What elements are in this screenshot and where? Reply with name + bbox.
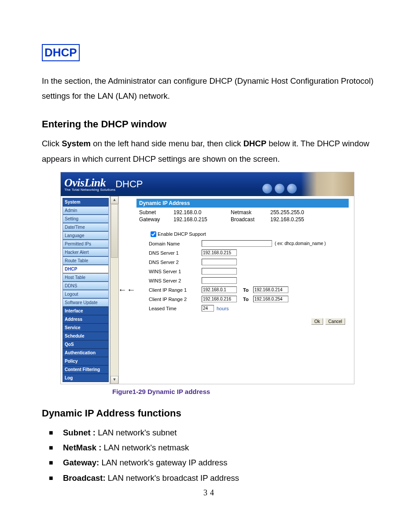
range2-to-label: To [243, 297, 249, 302]
globe-icon [262, 184, 272, 193]
dns1-label: DNS Server 1 [149, 250, 202, 256]
range1-to-input[interactable] [253, 286, 288, 293]
wins1-label: WINS Server 1 [149, 269, 202, 274]
bullet-label: Subnet : [63, 428, 96, 437]
pointer-arrows: ←← [119, 196, 135, 384]
leased-input[interactable] [202, 305, 214, 312]
cancel-button[interactable]: Cancel [325, 318, 345, 325]
range2-label: Client IP Range 2 [149, 297, 202, 302]
bullet-text: LAN network's subnet [96, 428, 177, 437]
range1-from-input[interactable] [202, 286, 237, 293]
enable-dhcp-label: Enable DHCP Support [158, 231, 206, 237]
sidebar-item-software-update[interactable]: Software Update [63, 298, 109, 307]
dynamic-ip-header: Dynamic IP Address [136, 199, 349, 208]
text: on the left hand side menu bar, then cli… [91, 139, 243, 148]
sidebar-item-dhcp[interactable]: DHCP [63, 265, 109, 273]
sidebar-item-service[interactable]: Service [63, 323, 109, 332]
sidebar-item-authentication[interactable]: Authentication [63, 349, 109, 357]
bullet-text: LAN network's gateway IP address [99, 458, 227, 467]
sidebar-item-system[interactable]: System [63, 198, 109, 206]
dhcp-form: Enable DHCP Support Domain Name ( ex: dh… [136, 224, 349, 329]
sidebar-item-logout[interactable]: Logout [63, 290, 109, 298]
wins1-input[interactable] [202, 268, 237, 275]
sidebar-item-qos[interactable]: QoS [63, 340, 109, 349]
list-item: Gateway: LAN network's gateway IP addres… [63, 455, 378, 470]
range2-from-input[interactable] [202, 296, 237, 302]
value-subnet: 192.168.0.0 [173, 209, 231, 215]
header-photo [301, 172, 354, 196]
value-netmask: 255.255.255.0 [270, 209, 323, 215]
bold-dhcp: DHCP [243, 139, 266, 148]
sidebar-item-ddns[interactable]: DDNS [63, 282, 109, 290]
domain-name-label: Domain Name [149, 241, 202, 246]
value-gateway: 192.168.0.215 [173, 216, 231, 223]
intro-paragraph: In the section, the Administrator can co… [42, 74, 378, 104]
leased-unit: hours [217, 306, 229, 311]
screenshot-panel: OvisLink The Total Networking Solutions … [60, 172, 354, 384]
sidebar: SystemAdminSettingDate/TimeLanguagePermi… [61, 196, 110, 384]
sidebar-item-policy[interactable]: Policy [63, 357, 109, 365]
scroll-thumb[interactable] [111, 204, 118, 258]
list-item: Subnet : LAN network's subnet [63, 425, 378, 440]
content-pane: Dynamic IP Address Subnet 192.168.0.0 Ne… [135, 196, 354, 384]
section-title-dhcp: DHCP [42, 44, 80, 61]
wins2-input[interactable] [202, 277, 237, 284]
domain-name-hint: ( ex: dhcp.domain_name ) [275, 241, 326, 246]
range2-to-input[interactable] [253, 296, 288, 302]
sidebar-item-setting[interactable]: Setting [63, 215, 109, 223]
dns2-label: DNS Server 2 [149, 260, 202, 265]
range1-to-label: To [243, 287, 249, 293]
globe-decoration [262, 184, 297, 193]
label-netmask: Netmask [231, 209, 270, 215]
page-number: 34 [0, 488, 420, 498]
scroll-up-button[interactable]: ▲ [111, 196, 118, 204]
heading-functions: Dynamic IP Address functions [42, 408, 378, 419]
ok-button[interactable]: Ok [311, 318, 323, 325]
sidebar-item-date-time[interactable]: Date/Time [63, 223, 109, 231]
bullet-label: Broadcast: [63, 473, 106, 483]
leased-label: Leased Time [149, 306, 202, 311]
sidebar-item-content-filtering[interactable]: Content Filtering [63, 365, 109, 374]
figure-caption: Figure1-29 Dynamic IP address [112, 388, 378, 395]
sidebar-item-log[interactable]: Log [63, 374, 109, 382]
value-broadcast: 192.168.0.255 [270, 216, 323, 223]
functions-list: Subnet : LAN network's subnetNetMask : L… [42, 425, 378, 486]
globe-icon [275, 184, 284, 193]
sidebar-item-hacker-alert[interactable]: Hacker Alert [63, 248, 109, 256]
scroll-track[interactable] [111, 204, 118, 376]
sidebar-item-admin[interactable]: Admin [63, 206, 109, 215]
heading-entering: Entering the DHCP window [42, 119, 378, 130]
range1-label: Client IP Range 1 [149, 287, 202, 293]
bullet-text: LAN network's broadcast IP address [106, 473, 239, 483]
app-header: OvisLink The Total Networking Solutions … [61, 172, 354, 196]
text: Click [42, 139, 62, 148]
sidebar-item-schedule[interactable]: Schedule [63, 332, 109, 340]
list-item: Broadcast: LAN network's broadcast IP ad… [63, 471, 378, 486]
label-subnet: Subnet [139, 209, 173, 215]
bold-system: System [62, 139, 91, 148]
page-title: DHCP [115, 178, 143, 190]
entering-paragraph: Click System on the left hand side menu … [42, 136, 378, 166]
sidebar-item-route-table[interactable]: Route Table [63, 256, 109, 265]
domain-name-input[interactable] [202, 240, 272, 247]
scroll-down-button[interactable]: ▼ [111, 376, 118, 384]
ip-info-grid: Subnet 192.168.0.0 Netmask 255.255.255.0… [136, 208, 349, 224]
dns1-input[interactable] [202, 249, 237, 256]
sidebar-item-interface[interactable]: Interface [63, 307, 109, 315]
sidebar-item-permitted-ips[interactable]: Permitted IPs [63, 240, 109, 248]
sidebar-item-address[interactable]: Address [63, 315, 109, 323]
list-item: NetMask : LAN network's netmask [63, 440, 378, 455]
enable-dhcp-checkbox[interactable] [151, 231, 156, 237]
sidebar-item-host-table[interactable]: Host Table [63, 273, 109, 282]
bullet-text: LAN network's netmask [101, 443, 189, 452]
label-broadcast: Broadcast [231, 216, 270, 223]
label-gateway: Gateway [139, 216, 173, 223]
dns2-input[interactable] [202, 259, 237, 265]
scrollbar[interactable]: ▲ ▼ [110, 196, 119, 384]
brand-logo: OvisLink [64, 176, 106, 189]
wins2-label: WINS Server 2 [149, 278, 202, 283]
sidebar-item-language[interactable]: Language [63, 231, 109, 240]
bullet-label: Gateway: [63, 458, 99, 467]
globe-icon [287, 184, 297, 193]
bullet-label: NetMask : [63, 443, 101, 452]
